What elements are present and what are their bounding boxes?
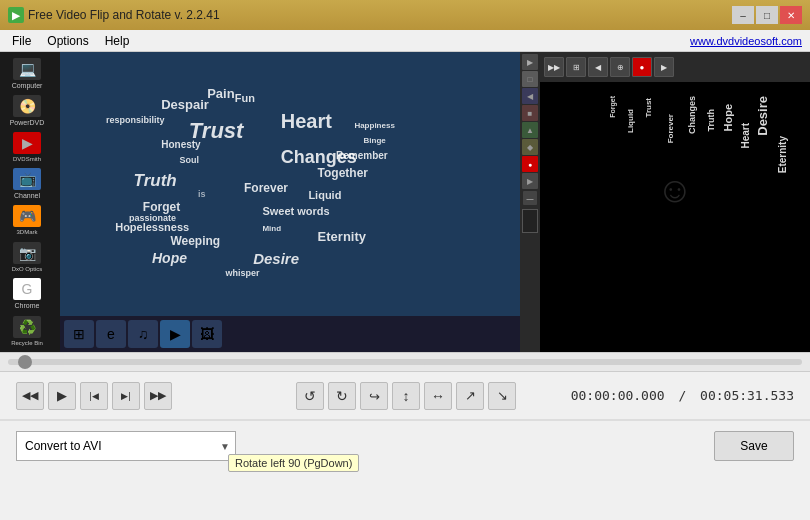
word-despair: Despair bbox=[161, 97, 209, 112]
rotate-180-button[interactable]: ↻ bbox=[328, 382, 356, 410]
sidebar-icon-dxo[interactable]: 📷 DxO Optics bbox=[2, 240, 52, 275]
flip-v-button[interactable]: ↕ bbox=[392, 382, 420, 410]
total-time: 00:05:31.533 bbox=[700, 388, 794, 403]
right-silhouette: ☺ bbox=[657, 169, 694, 211]
word-soul: Soul bbox=[180, 155, 200, 165]
website-link[interactable]: www.dvdvideosoft.com bbox=[690, 35, 806, 47]
sidebar-icon-google[interactable]: G Chrome bbox=[2, 277, 52, 312]
taskbar-ie[interactable]: e bbox=[96, 320, 126, 348]
taskbar-app1[interactable]: ▶ bbox=[160, 320, 190, 348]
word-weeping: Weeping bbox=[170, 234, 220, 248]
taskbar-music[interactable]: ♫ bbox=[128, 320, 158, 348]
desktop-screenshot: ⊞ e ♫ ▶ 🖼 /* Word cloud words positioned… bbox=[60, 52, 520, 352]
word-truth: Truth bbox=[134, 171, 177, 191]
tb-btn-5[interactable]: ● bbox=[632, 57, 652, 77]
close-button[interactable]: ✕ bbox=[780, 6, 802, 24]
word-mind: Mind bbox=[262, 224, 281, 233]
flip-h-button[interactable]: ↺ bbox=[296, 382, 324, 410]
word-pain: Pain bbox=[207, 86, 234, 101]
preview-panel: ▶▶ ⊞ ◀ ⊕ ● ▶ ☺ Desire Hope bbox=[540, 52, 810, 352]
rotate-left-button[interactable]: ↩ bbox=[360, 382, 388, 410]
skip-back-button[interactable]: ◀◀ bbox=[16, 382, 44, 410]
sidebar-icon-3dmark[interactable]: 🎮 3DMark bbox=[2, 203, 52, 238]
word-sweetwords: Sweet words bbox=[262, 205, 329, 217]
word-happiness: Happiness bbox=[354, 121, 394, 130]
video-right-content: ☺ Desire Hope Eternity Heart Truth Chang… bbox=[540, 52, 810, 352]
word-passionate: passionate bbox=[129, 213, 176, 223]
main-video: ⊞ e ♫ ▶ 🖼 /* Word cloud words positioned… bbox=[60, 52, 810, 352]
word-desire: Desire bbox=[253, 250, 299, 267]
rword-forget: Forget bbox=[609, 96, 616, 118]
menu-file[interactable]: File bbox=[4, 32, 39, 50]
video-content: ⊞ e ♫ ▶ 🖼 /* Word cloud words positioned… bbox=[60, 52, 810, 352]
scrubber-track[interactable] bbox=[8, 359, 802, 365]
thumb-icon-4[interactable]: ■ bbox=[522, 105, 538, 121]
thumb-icon-5[interactable]: ▲ bbox=[522, 122, 538, 138]
sidebar-icon-powerdvd[interactable]: 📀 PowerDVD bbox=[2, 93, 52, 128]
rword-heart: Heart bbox=[740, 123, 751, 149]
word-fun: Fun bbox=[235, 92, 255, 104]
format-dropdown[interactable]: Convert to AVI Convert to MP4 Convert to… bbox=[16, 431, 236, 461]
right-panel: ▶ □ ◀ ■ ▲ ◆ ● ▶ — ▶▶ ⊞ bbox=[520, 52, 810, 352]
skip-forward-button[interactable]: ▶▶ bbox=[144, 382, 172, 410]
thumb-icon-8[interactable]: ▶ bbox=[522, 173, 538, 189]
thumbnail-strip: ▶ □ ◀ ■ ▲ ◆ ● ▶ — bbox=[520, 52, 540, 352]
video-left-panel: ⊞ e ♫ ▶ 🖼 /* Word cloud words positioned… bbox=[60, 52, 520, 352]
menu-options[interactable]: Options bbox=[39, 32, 96, 50]
video-thumb-1[interactable] bbox=[522, 209, 538, 233]
rotate-right-button[interactable]: ↗ bbox=[456, 382, 484, 410]
controls-area: ◀◀ ▶ |◀ ▶| ▶▶ ↺ ↻ ↩ ↕ ↔ ↗ ↘ 00:00:00.000… bbox=[0, 372, 810, 420]
tb-btn-1[interactable]: ▶▶ bbox=[544, 57, 564, 77]
frame-back-button[interactable]: |◀ bbox=[80, 382, 108, 410]
rword-eternity: Eternity bbox=[777, 136, 788, 173]
app-icon: ▶ bbox=[8, 7, 24, 23]
save-button[interactable]: Save bbox=[714, 431, 794, 461]
thumb-icon-2[interactable]: □ bbox=[522, 71, 538, 87]
rword-changes: Changes bbox=[687, 96, 697, 134]
scrubber-thumb[interactable] bbox=[18, 355, 32, 369]
word-heart: Heart bbox=[281, 110, 332, 133]
play-button[interactable]: ▶ bbox=[48, 382, 76, 410]
transform-buttons: ↺ ↻ ↩ ↕ ↔ ↗ ↘ bbox=[296, 382, 516, 410]
word-forever: Forever bbox=[244, 181, 288, 195]
current-time: 00:00:00.000 bbox=[571, 388, 665, 403]
title-text: Free Video Flip and Rotate v. 2.2.41 bbox=[28, 8, 220, 22]
thumb-icon-6[interactable]: ◆ bbox=[522, 139, 538, 155]
thumb-icon-1[interactable]: ▶ bbox=[522, 54, 538, 70]
word-honesty: Honesty bbox=[161, 139, 200, 150]
tb-btn-4[interactable]: ⊕ bbox=[610, 57, 630, 77]
word-hope: Hope bbox=[152, 250, 187, 266]
tb-btn-6[interactable]: ▶ bbox=[654, 57, 674, 77]
powerdvd-icon: 📀 bbox=[13, 95, 41, 117]
sidebar-icon-channel[interactable]: 📺 Channel bbox=[2, 166, 52, 201]
bottom-bar: Convert to AVI Convert to MP4 Convert to… bbox=[0, 420, 810, 470]
word-together: Together bbox=[318, 166, 368, 180]
sidebar-icon-recycle[interactable]: ♻️ Recycle Bin bbox=[2, 313, 52, 348]
maximize-button[interactable]: □ bbox=[756, 6, 778, 24]
menu-help[interactable]: Help bbox=[97, 32, 138, 50]
word-remember: Remember bbox=[336, 150, 388, 161]
frame-forward-button[interactable]: ▶| bbox=[112, 382, 140, 410]
thumb-separator: — bbox=[523, 191, 537, 205]
word-is: is bbox=[198, 189, 206, 199]
time-display: 00:00:00.000 / 00:05:31.533 bbox=[571, 388, 794, 403]
tb-btn-2[interactable]: ⊞ bbox=[566, 57, 586, 77]
rword-liquid: Liquid bbox=[626, 109, 635, 133]
sidebar-icon-grabber[interactable]: ▶ DVDSmith bbox=[2, 130, 52, 165]
taskbar-app2[interactable]: 🖼 bbox=[192, 320, 222, 348]
title-bar-left: ▶ Free Video Flip and Rotate v. 2.2.41 bbox=[8, 7, 220, 23]
thumb-icon-7[interactable]: ● bbox=[522, 156, 538, 172]
left-sidebar: 💻 Computer 📀 PowerDVD ▶ DVDSmith 📺 Chann… bbox=[0, 52, 60, 352]
word-liquid: Liquid bbox=[308, 189, 341, 201]
taskbar-start[interactable]: ⊞ bbox=[64, 320, 94, 348]
custom-button[interactable]: ↘ bbox=[488, 382, 516, 410]
video-area: 💻 Computer 📀 PowerDVD ▶ DVDSmith 📺 Chann… bbox=[0, 52, 810, 352]
rword-trust: Trust bbox=[644, 98, 653, 118]
thumb-icon-3[interactable]: ◀ bbox=[522, 88, 538, 104]
channel-icon: 📺 bbox=[13, 168, 41, 190]
flip-h2-button[interactable]: ↔ bbox=[424, 382, 452, 410]
tb-btn-3[interactable]: ◀ bbox=[588, 57, 608, 77]
minimize-button[interactable]: – bbox=[732, 6, 754, 24]
word-responsibility: responsibility bbox=[106, 115, 165, 125]
sidebar-icon-computer[interactable]: 💻 Computer bbox=[2, 56, 52, 91]
